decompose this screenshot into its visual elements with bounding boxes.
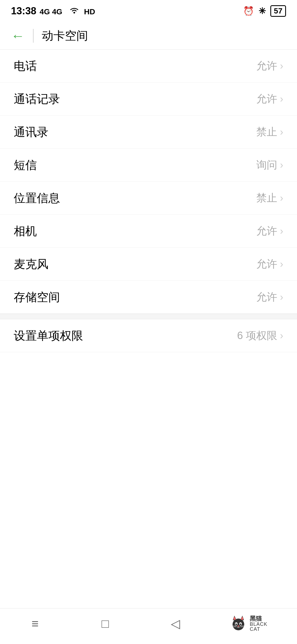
permission-status: 禁止 <box>256 191 277 205</box>
permission-status: 禁止 <box>256 125 277 139</box>
blackcat-name: 黑猫 <box>250 616 262 622</box>
permission-item[interactable]: 位置信息 禁止 › <box>0 182 297 215</box>
status-right-icons: ⏰ ✳ 57 <box>243 5 286 17</box>
signal2-icon: 4G <box>52 7 62 16</box>
single-permission-item[interactable]: 设置单项权限 6 项权限 › <box>0 319 297 352</box>
menu-icon: ≡ <box>32 617 39 631</box>
chevron-right-icon: › <box>280 93 283 105</box>
chevron-right-icon: › <box>280 192 283 204</box>
chevron-right-icon: › <box>280 258 283 270</box>
permission-name: 电话 <box>14 58 37 74</box>
permission-item[interactable]: 通话记录 允许 › <box>0 83 297 116</box>
permission-name: 位置信息 <box>14 190 60 206</box>
permission-item[interactable]: 通讯录 禁止 › <box>0 116 297 149</box>
permission-status: 询问 <box>256 158 277 172</box>
nav-menu-button[interactable]: ≡ <box>19 613 52 635</box>
single-permission-value: 6 项权限 <box>237 329 277 343</box>
permission-name: 相机 <box>14 223 37 239</box>
bluetooth-icon: ✳ <box>258 6 266 16</box>
status-bar: 13:38 4G 4G HD ⏰ ✳ 57 <box>0 0 297 22</box>
permission-right: 允许 › <box>256 59 283 73</box>
permission-status: 允许 <box>256 92 277 106</box>
permission-item[interactable]: 相机 允许 › <box>0 215 297 248</box>
permission-item[interactable]: 电话 允许 › <box>0 50 297 83</box>
permission-item[interactable]: 短信 询问 › <box>0 149 297 182</box>
chevron-right-icon: › <box>280 159 283 171</box>
permission-right: 允许 › <box>256 257 283 271</box>
back-arrow-icon[interactable]: ← <box>11 28 25 44</box>
blackcat-logo-icon <box>229 614 248 633</box>
permission-status: 允许 <box>256 290 277 304</box>
permission-right: 允许 › <box>256 290 283 304</box>
permission-name: 麦克风 <box>14 256 48 272</box>
svg-point-0 <box>73 12 75 13</box>
svg-point-11 <box>240 623 241 624</box>
permission-list-group: 电话 允许 › 通话记录 允许 › 通讯录 禁止 › 短信 询问 › 位置信息 … <box>0 50 297 352</box>
bottom-navigation: ≡ □ ◁ <box>0 608 297 644</box>
permission-name: 通讯录 <box>14 124 48 140</box>
single-permission-right: 6 项权限 › <box>237 329 283 343</box>
chevron-right-icon: › <box>280 60 283 72</box>
permission-right: 询问 › <box>256 158 283 172</box>
permission-right: 禁止 › <box>256 125 283 139</box>
permission-right: 允许 › <box>256 224 283 238</box>
nav-home-button[interactable]: □ <box>89 613 122 635</box>
permission-status: 允许 <box>256 224 277 238</box>
blackcat-text: 黑猫 BLACK CAT <box>250 616 278 632</box>
permission-status: 允许 <box>256 59 277 73</box>
permission-item[interactable]: 存储空间 允许 › <box>0 281 297 314</box>
signal-icons: 4G 4G HD <box>40 6 95 16</box>
svg-point-10 <box>236 623 237 624</box>
blackcat-brand[interactable]: 黑猫 BLACK CAT <box>229 613 279 635</box>
page-header: ← 动卡空间 <box>0 22 297 50</box>
alarm-icon: ⏰ <box>243 6 254 16</box>
single-permission-label: 设置单项权限 <box>14 328 83 343</box>
chevron-right-icon: › <box>280 330 283 342</box>
battery-indicator: 57 <box>270 5 286 17</box>
signal1-icon: 4G <box>40 7 50 16</box>
permission-right: 禁止 › <box>256 191 283 205</box>
permission-status: 允许 <box>256 257 277 271</box>
home-icon: □ <box>101 617 109 631</box>
permission-name: 通话记录 <box>14 91 60 107</box>
permission-name: 短信 <box>14 157 37 173</box>
back-button[interactable]: ← <box>11 28 25 44</box>
permission-right: 允许 › <box>256 92 283 106</box>
svg-point-1 <box>232 618 244 630</box>
nav-back-button[interactable]: ◁ <box>159 613 192 635</box>
header-divider <box>33 29 34 43</box>
status-time: 13:38 4G 4G HD <box>11 5 95 17</box>
time-display: 13:38 <box>11 5 36 17</box>
permission-item[interactable]: 麦克风 允许 › <box>0 248 297 281</box>
back-icon: ◁ <box>171 616 180 631</box>
svg-point-12 <box>237 625 239 626</box>
wifi-icon <box>69 6 80 14</box>
chevron-right-icon: › <box>280 291 283 303</box>
blackcat-sub: BLACK CAT <box>250 622 278 632</box>
page-title: 动卡空间 <box>42 28 88 43</box>
permission-name: 存储空间 <box>14 290 60 305</box>
chevron-right-icon: › <box>280 126 283 138</box>
chevron-right-icon: › <box>280 225 283 237</box>
list-separator <box>0 314 297 319</box>
